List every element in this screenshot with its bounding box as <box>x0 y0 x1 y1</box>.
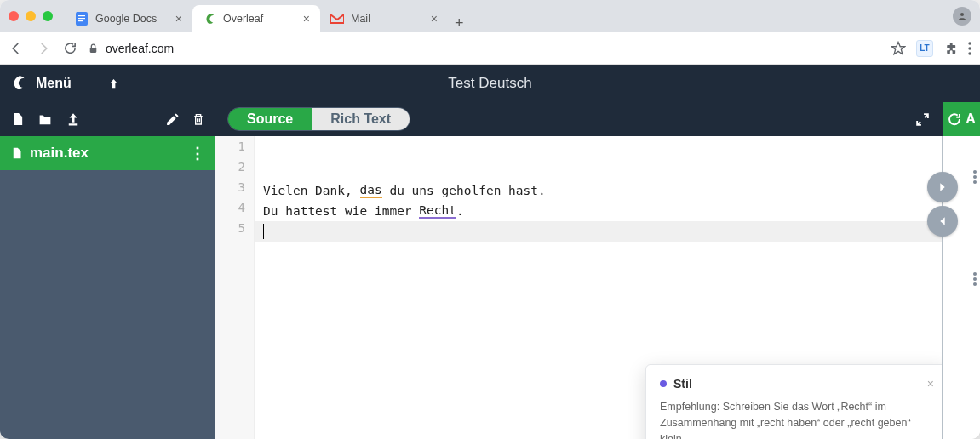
minimize-window-button[interactable] <box>26 11 36 21</box>
svg-rect-2 <box>78 18 85 19</box>
code-line[interactable] <box>255 221 942 242</box>
svg-rect-5 <box>90 47 97 52</box>
address-bar: overleaf.com LT <box>0 32 980 65</box>
line-number: 1 <box>215 140 254 160</box>
upload-icon[interactable] <box>66 111 81 127</box>
menu-dots-icon[interactable] <box>968 42 971 55</box>
file-icon <box>10 145 23 161</box>
drag-handle-icon[interactable] <box>973 272 977 286</box>
docs-icon <box>75 12 89 26</box>
category-dot-icon <box>660 380 667 387</box>
drag-handle-icon[interactable] <box>973 170 977 184</box>
file-tree: main.tex ⋮ <box>0 136 215 439</box>
svg-point-6 <box>968 42 971 44</box>
tab-google-docs[interactable]: Google Docs × <box>65 5 192 32</box>
svg-rect-3 <box>78 20 83 21</box>
back-button[interactable] <box>9 41 24 56</box>
window-controls <box>9 11 53 21</box>
new-file-icon[interactable] <box>10 111 25 128</box>
star-icon[interactable] <box>891 41 906 56</box>
reload-button[interactable] <box>63 41 77 55</box>
overleaf-icon <box>203 12 216 26</box>
app-header: Menü Test Deutsch <box>0 65 980 102</box>
svg-point-8 <box>968 52 971 54</box>
new-folder-icon[interactable] <box>37 112 54 127</box>
tab-label: Mail <box>351 13 370 25</box>
extensions-icon[interactable] <box>943 41 958 55</box>
file-tree-toolbar <box>0 102 215 136</box>
file-menu-icon[interactable]: ⋮ <box>190 144 205 162</box>
app-body: main.tex ⋮ 1 2 3 4 5 Vielen Dank, das du… <box>0 136 980 439</box>
close-tab-icon[interactable]: × <box>303 12 310 26</box>
recompile-strip[interactable]: A <box>943 102 980 136</box>
gmail-icon <box>330 12 344 26</box>
overleaf-logo-icon[interactable] <box>10 75 27 92</box>
svg-point-4 <box>960 13 964 16</box>
forward-button <box>36 41 51 56</box>
sync-to-code-button[interactable] <box>927 206 958 237</box>
project-title[interactable]: Test Deutsch <box>448 75 531 92</box>
compile-label-fragment: A <box>966 111 976 127</box>
svg-point-7 <box>968 47 971 49</box>
delete-icon[interactable] <box>192 111 205 127</box>
toolbar-row: Source Rich Text A <box>0 102 980 136</box>
tab-mail[interactable]: Mail × <box>320 5 448 32</box>
grammar-popup: Stil × Empfehlung: Schreiben Sie das Wor… <box>645 364 948 439</box>
svg-rect-1 <box>78 15 85 16</box>
pdf-preview-strip <box>942 136 980 439</box>
line-number: 4 <box>215 201 254 221</box>
rich-text-toggle[interactable]: Rich Text <box>312 108 410 130</box>
tab-overleaf[interactable]: Overleaf × <box>192 5 320 32</box>
code-line[interactable]: Du hattest wie immer Recht. <box>255 201 942 221</box>
lock-icon <box>88 43 99 54</box>
code-line[interactable] <box>255 160 942 180</box>
profile-badge-icon[interactable] <box>953 7 971 26</box>
menu-button[interactable]: Menü <box>36 76 72 91</box>
file-name: main.tex <box>30 145 89 162</box>
url-field[interactable]: overleaf.com <box>88 42 880 55</box>
rename-icon[interactable] <box>165 112 180 127</box>
popup-message: Empfehlung: Schreiben Sie das Wort „Rech… <box>660 399 934 439</box>
line-number: 2 <box>215 160 254 180</box>
close-window-button[interactable] <box>9 11 19 21</box>
close-popup-icon[interactable]: × <box>927 377 934 391</box>
code-line[interactable] <box>255 140 942 160</box>
line-number: 5 <box>215 221 254 242</box>
close-tab-icon[interactable]: × <box>175 12 182 26</box>
popup-category: Stil <box>673 377 692 391</box>
tabs-container: Google Docs × Overleaf × Mail × + <box>65 0 464 32</box>
sync-to-pdf-button[interactable] <box>927 172 958 202</box>
line-gutter: 1 2 3 4 5 <box>215 136 255 439</box>
url-text: overleaf.com <box>106 42 174 55</box>
code-line[interactable]: Vielen Dank, das du uns geholfen hast. <box>255 180 942 201</box>
tab-label: Google Docs <box>95 13 157 25</box>
languagetool-extension-icon[interactable]: LT <box>916 40 933 57</box>
browser-tab-bar: Google Docs × Overleaf × Mail × + <box>0 0 980 32</box>
line-number: 3 <box>215 180 254 201</box>
editor-toolbar: Source Rich Text <box>215 102 943 136</box>
code-editor[interactable]: 1 2 3 4 5 Vielen Dank, das du uns geholf… <box>215 136 942 439</box>
file-entry-main[interactable]: main.tex ⋮ <box>0 136 215 170</box>
source-toggle[interactable]: Source <box>228 108 312 130</box>
expand-icon[interactable] <box>914 111 931 128</box>
maximize-window-button[interactable] <box>43 11 53 21</box>
close-tab-icon[interactable]: × <box>431 12 438 26</box>
back-to-projects-icon[interactable] <box>107 77 120 91</box>
new-tab-button[interactable]: + <box>455 14 464 32</box>
tab-label: Overleaf <box>223 13 263 25</box>
view-toggle: Source Rich Text <box>227 107 410 131</box>
